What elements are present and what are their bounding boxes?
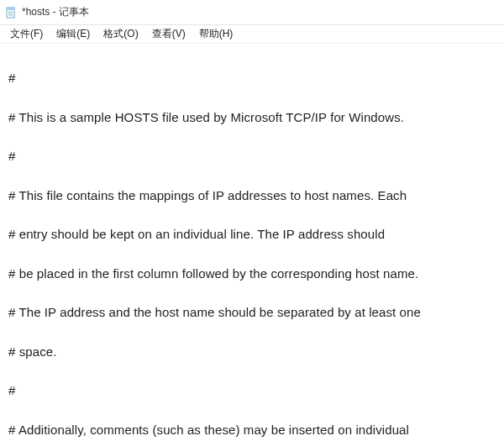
text-line: # This file contains the mappings of IP …	[8, 186, 496, 205]
text-line: #	[8, 381, 496, 400]
menubar: 文件(F) 编辑(E) 格式(O) 查看(V) 帮助(H)	[0, 25, 504, 44]
text-line: # Additionally, comments (such as these)…	[8, 420, 496, 439]
menu-edit[interactable]: 编辑(E)	[50, 25, 97, 43]
menu-help[interactable]: 帮助(H)	[192, 25, 240, 43]
text-line: # This is a sample HOSTS file used by Mi…	[8, 108, 496, 127]
text-line: # space.	[8, 342, 496, 361]
text-line: # entry should be kept on an individual …	[8, 224, 496, 244]
text-area[interactable]: # # This is a sample HOSTS file used by …	[0, 44, 504, 441]
svg-rect-1	[7, 8, 14, 10]
text-line: #	[8, 146, 496, 165]
window-title: *hosts - 记事本	[22, 5, 89, 19]
menu-view[interactable]: 查看(V)	[145, 25, 192, 43]
notepad-icon	[5, 7, 17, 18]
titlebar: *hosts - 记事本	[0, 0, 504, 25]
text-line: # The IP address and the host name shoul…	[8, 302, 496, 322]
menu-file[interactable]: 文件(F)	[3, 25, 50, 43]
text-line: #	[8, 68, 496, 87]
text-line: # be placed in the first column followed…	[8, 264, 496, 283]
menu-format[interactable]: 格式(O)	[97, 25, 144, 43]
